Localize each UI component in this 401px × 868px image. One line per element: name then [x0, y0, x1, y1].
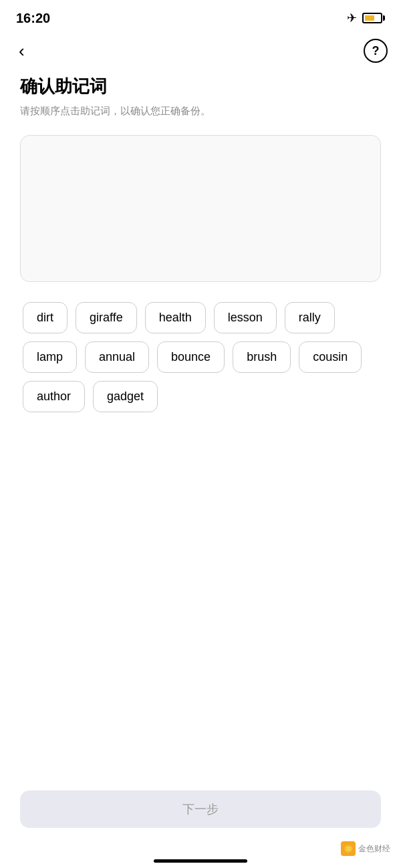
- watermark-logo: 🪙: [341, 841, 356, 856]
- nav-bar: ‹ ?: [0, 33, 401, 68]
- word-chip-giraffe[interactable]: giraffe: [76, 302, 137, 333]
- status-time: 16:20: [16, 11, 50, 26]
- help-button[interactable]: ?: [364, 39, 388, 63]
- next-button-container: 下一步: [20, 790, 381, 828]
- word-chip-dirt[interactable]: dirt: [23, 302, 68, 333]
- word-chip-annual[interactable]: annual: [85, 341, 149, 373]
- words-container: dirtgiraffehealthlessonrallylampannualbo…: [20, 302, 381, 412]
- back-button[interactable]: ‹: [13, 38, 30, 64]
- word-chip-health[interactable]: health: [145, 302, 206, 333]
- status-bar: 16:20 ✈: [0, 0, 401, 33]
- battery-icon: [362, 13, 385, 23]
- next-button[interactable]: 下一步: [20, 790, 381, 828]
- page-title: 确认助记词: [20, 75, 381, 98]
- watermark: 🪙 金色财经: [341, 841, 390, 856]
- word-chip-cousin[interactable]: cousin: [299, 341, 362, 373]
- status-icons: ✈: [347, 11, 385, 25]
- home-indicator: [154, 859, 247, 863]
- battery-body: [362, 13, 382, 23]
- battery-tip: [383, 15, 385, 21]
- word-chip-bounce[interactable]: bounce: [157, 341, 225, 373]
- main-content: 确认助记词 请按顺序点击助记词，以确认您正确备份。 dirtgiraffehea…: [0, 68, 401, 426]
- word-chip-lamp[interactable]: lamp: [23, 341, 77, 373]
- word-chip-lesson[interactable]: lesson: [214, 302, 277, 333]
- word-chip-author[interactable]: author: [23, 381, 85, 412]
- battery-fill: [365, 15, 374, 21]
- airplane-icon: ✈: [347, 11, 357, 25]
- page-subtitle: 请按顺序点击助记词，以确认您正确备份。: [20, 104, 381, 119]
- word-chip-brush[interactable]: brush: [233, 341, 291, 373]
- word-chip-gadget[interactable]: gadget: [93, 381, 158, 412]
- selection-area: [20, 135, 381, 282]
- word-chip-rally[interactable]: rally: [285, 302, 335, 333]
- watermark-text: 金色财经: [358, 843, 390, 855]
